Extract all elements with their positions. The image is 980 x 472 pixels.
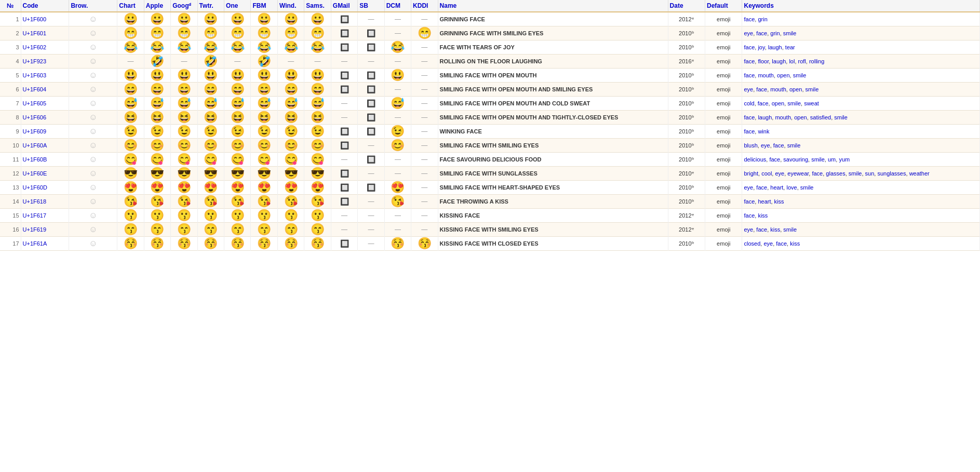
keyword-link[interactable]: kiss — [770, 226, 780, 233]
keyword-link[interactable]: love — [786, 184, 797, 191]
keyword-link[interactable]: smile — [787, 142, 801, 149]
keyword-link[interactable]: weather — [909, 170, 930, 177]
keyword-link[interactable]: tear — [785, 44, 795, 50]
col-header-no[interactable]: № — [0, 0, 21, 12]
keyword-link[interactable]: eyewear — [787, 170, 809, 177]
code-cell[interactable]: U+1F61A — [21, 237, 69, 251]
keyword-link[interactable]: grin — [758, 16, 767, 22]
keyword-link[interactable]: eye — [744, 226, 753, 233]
col-header-date[interactable]: Date — [668, 0, 705, 12]
col-header-apple[interactable]: Apple — [144, 0, 170, 12]
col-header-goog[interactable]: Googᵈ — [171, 0, 197, 12]
col-header-chart[interactable]: Chart — [117, 0, 144, 12]
keyword-link[interactable]: mouth — [770, 86, 786, 92]
keyword-link[interactable]: cool — [761, 170, 772, 177]
keyword-link[interactable]: face — [744, 72, 755, 78]
col-header-brow[interactable]: Brow. — [69, 0, 117, 12]
keyword-link[interactable]: face — [756, 184, 767, 191]
keyword-link[interactable]: face — [744, 114, 755, 120]
col-header-code[interactable]: Code — [21, 0, 69, 12]
code-cell[interactable]: U+1F617 — [21, 209, 69, 223]
keyword-link[interactable]: face — [744, 58, 755, 64]
keyword-link[interactable]: laugh — [758, 114, 772, 120]
keyword-link[interactable]: face — [756, 86, 767, 92]
keyword-link[interactable]: face — [744, 44, 755, 50]
keyword-link[interactable]: open — [789, 86, 802, 92]
code-cell[interactable]: U+1F600 — [21, 12, 69, 26]
col-header-kddi[interactable]: KDDI — [411, 0, 438, 12]
col-header-keywords[interactable]: Keywords — [742, 0, 980, 12]
code-cell[interactable]: U+1F60B — [21, 153, 69, 167]
code-cell[interactable]: U+1F603 — [21, 69, 69, 83]
keyword-link[interactable]: face — [769, 156, 780, 163]
keyword-link[interactable]: glasses — [826, 170, 845, 177]
keyword-link[interactable]: satisfied — [810, 114, 831, 120]
keyword-link[interactable]: closed — [744, 240, 760, 247]
keyword-link[interactable]: delicious — [744, 156, 766, 163]
keyword-link[interactable]: smile — [806, 86, 819, 92]
keyword-link[interactable]: eye — [763, 240, 773, 247]
keyword-link[interactable]: grin — [770, 30, 780, 36]
col-header-sb[interactable]: SB — [358, 0, 384, 12]
code-cell[interactable]: U+1F618 — [21, 195, 69, 209]
keyword-link[interactable]: smile — [811, 156, 825, 163]
keyword-link[interactable]: eye — [761, 142, 770, 149]
keyword-link[interactable]: bright — [744, 170, 758, 177]
keyword-link[interactable]: savouring — [783, 156, 808, 163]
keyword-link[interactable]: smile — [787, 100, 801, 106]
col-header-fbm[interactable]: FBM — [251, 0, 277, 12]
col-header-one[interactable]: One — [224, 0, 251, 12]
keyword-link[interactable]: smile — [849, 170, 862, 177]
keyword-link[interactable]: eye — [744, 30, 753, 36]
code-cell[interactable]: U+1F609 — [21, 125, 69, 139]
col-header-sams[interactable]: Sams. — [304, 0, 331, 12]
keyword-link[interactable]: mouth — [775, 114, 791, 120]
keyword-link[interactable]: face — [756, 30, 767, 36]
keyword-link[interactable]: smile — [783, 226, 797, 233]
col-header-gmail[interactable]: GMail — [331, 0, 357, 12]
col-header-wind[interactable]: Wind. — [277, 0, 304, 12]
keyword-link[interactable]: heart — [758, 198, 771, 205]
code-cell[interactable]: U+1F606 — [21, 111, 69, 125]
col-header-default[interactable]: Default — [705, 0, 742, 12]
keyword-link[interactable]: cold — [744, 100, 754, 106]
keyword-link[interactable]: blush — [744, 142, 757, 149]
col-header-twtr[interactable]: Twtr. — [197, 0, 224, 12]
keyword-link[interactable]: sunglasses — [877, 170, 906, 177]
keyword-link[interactable]: smile — [783, 30, 797, 36]
keyword-link[interactable]: lol — [789, 58, 795, 64]
keyword-link[interactable]: face — [744, 16, 755, 22]
keyword-link[interactable]: sun — [865, 170, 875, 177]
keyword-link[interactable]: face — [744, 128, 755, 134]
keyword-link[interactable]: kiss — [758, 212, 768, 219]
keyword-link[interactable]: kiss — [790, 240, 800, 247]
keyword-link[interactable]: laugh — [768, 44, 782, 50]
keyword-link[interactable]: eye — [744, 86, 753, 92]
keyword-link[interactable]: wink — [758, 128, 769, 134]
keyword-link[interactable]: face — [773, 142, 784, 149]
keyword-link[interactable]: sweat — [804, 100, 819, 106]
keyword-link[interactable]: face — [812, 170, 823, 177]
code-cell[interactable]: U+1F60A — [21, 139, 69, 153]
keyword-link[interactable]: face — [744, 198, 755, 205]
keyword-link[interactable]: eye — [775, 170, 784, 177]
keyword-link[interactable]: rofl — [798, 58, 806, 64]
code-cell[interactable]: U+1F601 — [21, 26, 69, 41]
col-header-dcm[interactable]: DCM — [384, 0, 411, 12]
code-cell[interactable]: U+1F923 — [21, 55, 69, 69]
code-cell[interactable]: U+1F602 — [21, 41, 69, 55]
keyword-link[interactable]: face — [776, 240, 787, 247]
code-cell[interactable]: U+1F604 — [21, 83, 69, 97]
keyword-link[interactable]: open — [772, 100, 784, 106]
keyword-link[interactable]: eye — [744, 184, 753, 191]
keyword-link[interactable]: yum — [839, 156, 850, 163]
keyword-link[interactable]: open — [777, 72, 789, 78]
keyword-link[interactable]: laugh — [772, 58, 786, 64]
keyword-link[interactable]: heart — [770, 184, 783, 191]
keyword-link[interactable]: face — [744, 212, 755, 219]
code-cell[interactable]: U+1F60D — [21, 181, 69, 195]
keyword-link[interactable]: floor — [758, 58, 769, 64]
keyword-link[interactable]: um — [828, 156, 836, 163]
code-cell[interactable]: U+1F60E — [21, 167, 69, 181]
code-cell[interactable]: U+1F605 — [21, 97, 69, 111]
